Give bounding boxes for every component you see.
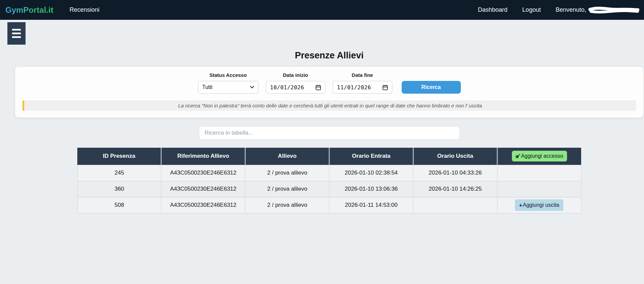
calendar-icon[interactable]: [316, 85, 321, 90]
status-label: Status Accesso: [209, 72, 247, 78]
cell-actions: + Aggiungi uscita: [497, 197, 581, 213]
chevron-down-icon: [250, 86, 254, 89]
date-start-group: Data inizio 10/01/2026: [266, 72, 325, 94]
hamburger-icon: [12, 29, 21, 38]
cell-id: 508: [77, 197, 161, 213]
date-start-value: 10/01/2026: [270, 84, 304, 91]
cell-uscita: 2026-01-10 14:26:25: [413, 181, 497, 197]
col-header-riferimento: Riferimento Allievo: [161, 148, 245, 165]
navbar-right-group: Dashboard Logout Benvenuto,: [478, 6, 639, 14]
ricerca-button[interactable]: Ricerca: [402, 81, 461, 94]
add-access-button[interactable]: Aggiungi accesso: [512, 151, 567, 161]
date-end-label: Data fine: [352, 72, 373, 78]
search-info-note: La ricerca "Non in palestra" terrà conto…: [23, 100, 636, 111]
brand-logo[interactable]: GymPortal.it: [5, 5, 53, 15]
date-end-group: Data fine 11/01/2026: [333, 72, 392, 94]
cell-allievo: 2 / prova allievo: [245, 165, 329, 181]
table-row: 360 A43C0500230E246E6312 2 / prova allie…: [77, 181, 581, 197]
cell-uscita: 2026-01-10 04:33:26: [413, 165, 497, 181]
cell-id: 245: [77, 165, 161, 181]
table-search-input[interactable]: [199, 126, 460, 140]
main-content: Presenze Allievi Status Accesso Tutti Da…: [15, 50, 643, 214]
table-header-row: ID Presenza Riferimento Allievo Allievo …: [77, 148, 581, 165]
date-start-input[interactable]: 10/01/2026: [266, 81, 325, 94]
status-select[interactable]: Tutti: [198, 81, 258, 94]
welcome-label: Benvenuto,: [556, 6, 586, 13]
filter-card: Status Accesso Tutti Data inizio 10/01/2…: [15, 67, 643, 117]
cell-id: 360: [77, 181, 161, 197]
sidebar-menu-button[interactable]: [7, 22, 26, 45]
presenze-table: ID Presenza Riferimento Allievo Allievo …: [77, 148, 581, 214]
col-header-id: ID Presenza: [77, 148, 161, 165]
add-exit-button[interactable]: + Aggiungi uscita: [515, 199, 563, 211]
redaction-scribble: [588, 6, 639, 14]
status-filter-group: Status Accesso Tutti: [198, 72, 258, 94]
add-access-label: Aggiungi accesso: [521, 153, 563, 159]
col-header-actions: Aggiungi accesso: [497, 148, 581, 165]
cell-entrata: 2026-01-11 14:53:00: [329, 197, 413, 213]
cell-allievo: 2 / prova allievo: [245, 181, 329, 197]
cell-entrata: 2026-01-10 02:38:54: [329, 165, 413, 181]
date-end-input[interactable]: 11/01/2026: [333, 81, 392, 94]
calendar-icon[interactable]: [383, 85, 388, 90]
plus-icon: +: [519, 202, 522, 208]
table-search-wrap: [15, 126, 643, 140]
page-title: Presenze Allievi: [15, 50, 643, 61]
status-selected-value: Tutti: [202, 84, 213, 90]
date-start-label: Data inizio: [283, 72, 308, 78]
col-header-allievo: Allievo: [245, 148, 329, 165]
cell-actions: [497, 165, 581, 181]
cell-allievo: 2 / prova allievo: [245, 197, 329, 213]
cell-riferimento: A43C0500230E246E6312: [161, 197, 245, 213]
date-end-value: 11/01/2026: [337, 84, 371, 91]
cell-entrata: 2026-01-10 13:06:36: [329, 181, 413, 197]
nav-link-recensioni[interactable]: Recensioni: [70, 6, 99, 13]
table-row: 245 A43C0500230E246E6312 2 / prova allie…: [77, 165, 581, 181]
col-header-entrata: Orario Entrata: [329, 148, 413, 165]
nav-link-logout[interactable]: Logout: [522, 6, 541, 13]
cell-riferimento: A43C0500230E246E6312: [161, 181, 245, 197]
key-icon: [516, 154, 521, 159]
top-navbar: GymPortal.it Recensioni Dashboard Logout…: [0, 0, 644, 20]
add-exit-label: Aggiungi uscita: [523, 202, 559, 208]
cell-uscita: [413, 197, 497, 213]
col-header-uscita: Orario Uscita: [413, 148, 497, 165]
table-wrap: ID Presenza Riferimento Allievo Allievo …: [15, 148, 643, 214]
cell-actions: [497, 181, 581, 197]
welcome-text: Benvenuto,: [556, 6, 639, 14]
nav-link-dashboard[interactable]: Dashboard: [478, 6, 508, 13]
cell-riferimento: A43C0500230E246E6312: [161, 165, 245, 181]
table-row: 508 A43C0500230E246E6312 2 / prova allie…: [77, 197, 581, 213]
filter-row: Status Accesso Tutti Data inizio 10/01/2…: [22, 72, 637, 94]
